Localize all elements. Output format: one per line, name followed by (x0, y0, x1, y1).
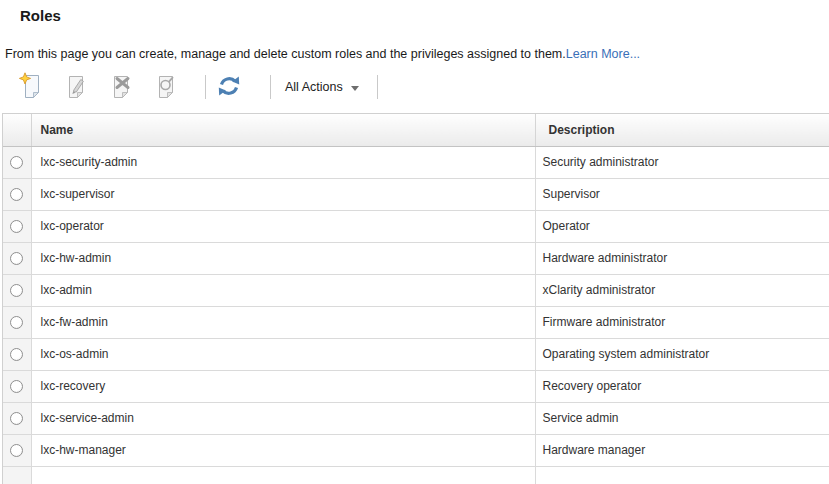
role-name: lxc-hw-admin (31, 242, 535, 274)
table-row[interactable]: lxc-recovery Recovery operator (3, 370, 829, 402)
row-radio-button[interactable] (10, 380, 23, 393)
table-header-row: Name Description (3, 114, 829, 146)
page-intro: From this page you can create, manage an… (5, 47, 640, 61)
row-select-cell (3, 402, 31, 434)
role-description: xClarity administrator (535, 274, 829, 306)
create-role-icon (19, 72, 43, 102)
row-select-cell (3, 178, 31, 210)
name-column-header[interactable]: Name (31, 114, 535, 146)
all-actions-label: All Actions (285, 80, 343, 94)
table-row[interactable]: lxc-admin xClarity administrator (3, 274, 829, 306)
row-radio-button[interactable] (10, 316, 23, 329)
refresh-icon (217, 74, 241, 101)
role-name: lxc-operator (31, 210, 535, 242)
empty-filler-row (3, 466, 829, 484)
row-radio-button[interactable] (10, 220, 23, 233)
delete-role-button[interactable] (109, 74, 133, 101)
role-description: Supervisor (535, 178, 829, 210)
page-title: Roles (20, 7, 61, 24)
roles-toolbar: All Actions (19, 73, 378, 101)
row-radio-button[interactable] (10, 444, 23, 457)
role-description: Firmware administrator (535, 306, 829, 338)
all-actions-dropdown[interactable]: All Actions (283, 80, 359, 94)
row-select-cell (3, 210, 31, 242)
table-row[interactable]: lxc-hw-admin Hardware administrator (3, 242, 829, 274)
role-name: lxc-fw-admin (31, 306, 535, 338)
role-description: Security administrator (535, 146, 829, 178)
copy-role-button[interactable] (154, 74, 178, 101)
row-select-cell (3, 370, 31, 402)
table-row[interactable]: lxc-fw-admin Firmware administrator (3, 306, 829, 338)
row-radio-button[interactable] (10, 188, 23, 201)
row-radio-button[interactable] (10, 412, 23, 425)
role-description: Hardware manager (535, 434, 829, 466)
description-column-header[interactable]: Description (535, 114, 829, 146)
row-select-cell (3, 274, 31, 306)
edit-role-button[interactable] (64, 74, 88, 101)
role-name: lxc-recovery (31, 370, 535, 402)
row-select-cell (3, 466, 31, 484)
create-role-button[interactable] (19, 74, 43, 101)
role-name: lxc-os-admin (31, 338, 535, 370)
role-name: lxc-supervisor (31, 178, 535, 210)
row-radio-button[interactable] (10, 156, 23, 169)
role-name: lxc-hw-manager (31, 434, 535, 466)
chevron-down-icon (351, 86, 359, 91)
refresh-button[interactable] (217, 74, 241, 101)
role-description: Hardware administrator (535, 242, 829, 274)
roles-page: { "page": { "title": "Roles", "intro": "… (0, 0, 829, 484)
role-name: lxc-security-admin (31, 146, 535, 178)
row-select-cell (3, 242, 31, 274)
intro-text: From this page you can create, manage an… (5, 47, 566, 61)
select-column-header (3, 114, 31, 146)
row-select-cell (3, 306, 31, 338)
role-description: Service admin (535, 402, 829, 434)
table-row[interactable]: lxc-hw-manager Hardware manager (3, 434, 829, 466)
delete-role-icon (109, 72, 133, 102)
role-description: Oparating system administrator (535, 338, 829, 370)
table-row[interactable]: lxc-supervisor Supervisor (3, 178, 829, 210)
row-radio-button[interactable] (10, 348, 23, 361)
row-radio-button[interactable] (10, 284, 23, 297)
role-description: Operator (535, 210, 829, 242)
edit-role-icon (64, 72, 88, 102)
learn-more-link[interactable]: Learn More... (566, 47, 640, 61)
toolbar-separator (270, 75, 271, 99)
row-select-cell (3, 338, 31, 370)
row-select-cell (3, 434, 31, 466)
row-select-cell (3, 146, 31, 178)
role-description: Recovery operator (535, 370, 829, 402)
role-name: lxc-service-admin (31, 402, 535, 434)
table-row[interactable]: lxc-service-admin Service admin (3, 402, 829, 434)
table-row[interactable]: lxc-security-admin Security administrato… (3, 146, 829, 178)
row-radio-button[interactable] (10, 252, 23, 265)
roles-table-container: Name Description lxc-security-admin Secu… (2, 113, 829, 484)
role-name: lxc-admin (31, 274, 535, 306)
copy-role-icon (154, 72, 178, 102)
toolbar-separator (377, 75, 378, 99)
roles-table: Name Description lxc-security-admin Secu… (3, 114, 829, 484)
table-row[interactable]: lxc-os-admin Oparating system administra… (3, 338, 829, 370)
toolbar-separator (205, 75, 206, 99)
table-row[interactable]: lxc-operator Operator (3, 210, 829, 242)
